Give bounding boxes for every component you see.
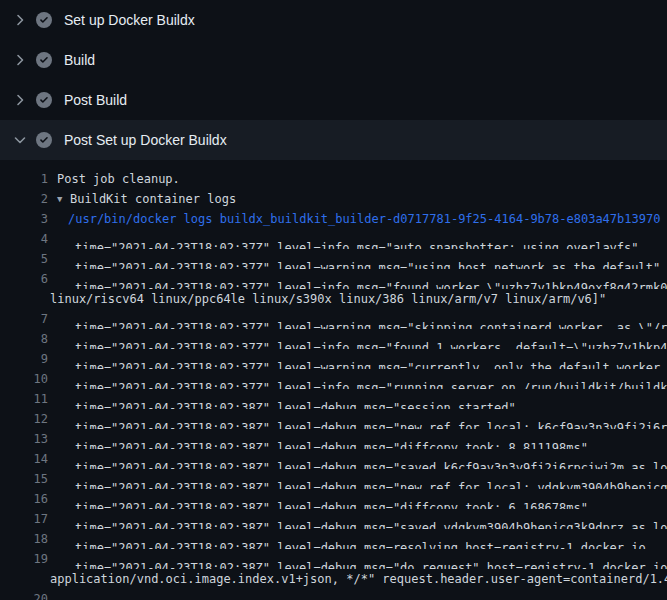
log-row: application/vnd.oci.image.index.v1+json,…: [0, 569, 667, 589]
log-text: time="2021-04-23T18:02:38Z" level=debug …: [75, 529, 646, 549]
log-text: time="2021-04-23T18:02:37Z" level=info m…: [75, 329, 667, 349]
log-text: application/vnd.oci.image.index.v1+json,…: [50, 569, 667, 589]
log-text: linux/riscv64 linux/ppc64le linux/s390x …: [50, 289, 606, 309]
line-number[interactable]: 6: [0, 269, 48, 289]
step-header-set-up-docker-buildx[interactable]: Set up Docker Buildx: [0, 0, 667, 40]
line-number[interactable]: 14: [0, 449, 48, 469]
log-row: 13time="2021-04-23T18:02:38Z" level=debu…: [0, 429, 667, 449]
log-text: time="2021-04-23T18:02:38Z" level=debug …: [75, 489, 588, 509]
log-content: 1Post job cleanup.2▼BuildKit container l…: [0, 160, 667, 600]
log-row: 16time="2021-04-23T18:02:38Z" level=debu…: [0, 489, 667, 509]
log-row: 8time="2021-04-23T18:02:37Z" level=info …: [0, 329, 667, 349]
step-label: Build: [64, 40, 95, 80]
step-header-build[interactable]: Build: [0, 40, 667, 80]
log-row: 14time="2021-04-23T18:02:38Z" level=debu…: [0, 449, 667, 469]
line-number[interactable]: 16: [0, 489, 48, 509]
log-row: 17time="2021-04-23T18:02:38Z" level=debu…: [0, 509, 667, 529]
chevron-right-icon[interactable]: [12, 52, 28, 68]
check-circle-icon: [36, 52, 52, 68]
log-row: 15time="2021-04-23T18:02:38Z" level=debu…: [0, 469, 667, 489]
chevron-down-icon[interactable]: [12, 132, 28, 148]
log-row: 3/usr/bin/docker logs buildx_buildkit_bu…: [0, 209, 667, 229]
workflow-log-viewer: Set up Docker Buildx Build Post Build Po…: [0, 0, 667, 600]
log-group-title: BuildKit container logs: [70, 189, 236, 209]
log-row: 6time="2021-04-23T18:02:37Z" level=info …: [0, 269, 667, 289]
log-row: 4time="2021-04-23T18:02:37Z" level=info …: [0, 229, 667, 249]
check-circle-icon: [36, 12, 52, 28]
step-header-post-build[interactable]: Post Build: [0, 80, 667, 120]
line-number: [0, 289, 48, 309]
log-text: time="2021-04-23T18:02:38Z" level=debug …: [75, 509, 667, 529]
log-text: time="2021-04-23T18:02:38Z" level=debug …: [75, 429, 588, 449]
line-number[interactable]: 10: [0, 369, 48, 389]
log-row: 12time="2021-04-23T18:02:38Z" level=debu…: [0, 409, 667, 429]
log-text: time="2021-04-23T18:02:37Z" level=warnin…: [75, 309, 667, 329]
log-row: 2▼BuildKit container logs: [0, 189, 667, 209]
line-number[interactable]: 20: [0, 589, 48, 600]
log-text: Post job cleanup.: [57, 169, 180, 189]
chevron-right-icon[interactable]: [12, 12, 28, 28]
step-label: Post Build: [64, 80, 127, 120]
line-number[interactable]: 3: [0, 209, 48, 229]
log-row: 1Post job cleanup.: [0, 169, 667, 189]
log-text: time="2021-04-23T18:02:38Z" level=debug …: [75, 389, 516, 409]
log-text: time="2021-04-23T18:02:38Z" level=debug …: [75, 589, 667, 600]
log-row: 19time="2021-04-23T18:02:38Z" level=debu…: [0, 549, 667, 569]
line-number[interactable]: 18: [0, 529, 48, 549]
log-row: 7time="2021-04-23T18:02:37Z" level=warni…: [0, 309, 667, 329]
line-number: [0, 569, 48, 589]
line-number[interactable]: 11: [0, 389, 48, 409]
log-text: time="2021-04-23T18:02:38Z" level=debug …: [75, 449, 667, 469]
line-number[interactable]: 19: [0, 549, 48, 569]
log-row: 5time="2021-04-23T18:02:37Z" level=warni…: [0, 249, 667, 269]
step-label: Post Set up Docker Buildx: [64, 120, 227, 160]
line-number[interactable]: 5: [0, 249, 48, 269]
log-row: 18time="2021-04-23T18:02:38Z" level=debu…: [0, 529, 667, 549]
log-row: 11time="2021-04-23T18:02:38Z" level=debu…: [0, 389, 667, 409]
log-text: time="2021-04-23T18:02:37Z" level=warnin…: [75, 249, 660, 269]
log-row: 10time="2021-04-23T18:02:37Z" level=info…: [0, 369, 667, 389]
log-text: time="2021-04-23T18:02:38Z" level=debug …: [75, 409, 667, 429]
line-number[interactable]: 12: [0, 409, 48, 429]
check-circle-icon: [36, 132, 52, 148]
step-header-post-set-up-docker-buildx[interactable]: Post Set up Docker Buildx: [0, 120, 667, 160]
step-label: Set up Docker Buildx: [64, 0, 195, 40]
line-number[interactable]: 13: [0, 429, 48, 449]
chevron-right-icon[interactable]: [12, 92, 28, 108]
line-number[interactable]: 9: [0, 349, 48, 369]
log-text: time="2021-04-23T18:02:37Z" level=info m…: [75, 269, 667, 289]
log-row: 9time="2021-04-23T18:02:37Z" level=warni…: [0, 349, 667, 369]
line-number[interactable]: 2: [0, 189, 48, 209]
log-text: time="2021-04-23T18:02:37Z" level=info m…: [75, 369, 667, 389]
log-command-text: /usr/bin/docker logs buildx_buildkit_bui…: [68, 209, 660, 229]
log-text: time="2021-04-23T18:02:38Z" level=debug …: [75, 469, 667, 489]
group-toggle-icon[interactable]: ▼: [57, 189, 70, 209]
line-number[interactable]: 7: [0, 309, 48, 329]
log-text: time="2021-04-23T18:02:37Z" level=info m…: [75, 229, 639, 249]
log-row: 20time="2021-04-23T18:02:38Z" level=debu…: [0, 589, 667, 600]
line-number[interactable]: 4: [0, 229, 48, 249]
line-number[interactable]: 1: [0, 169, 48, 189]
log-text: time="2021-04-23T18:02:37Z" level=warnin…: [75, 349, 667, 369]
log-row: linux/riscv64 linux/ppc64le linux/s390x …: [0, 289, 667, 309]
line-number[interactable]: 15: [0, 469, 48, 489]
line-number[interactable]: 17: [0, 509, 48, 529]
log-text: time="2021-04-23T18:02:38Z" level=debug …: [75, 549, 667, 569]
check-circle-icon: [36, 92, 52, 108]
line-number[interactable]: 8: [0, 329, 48, 349]
